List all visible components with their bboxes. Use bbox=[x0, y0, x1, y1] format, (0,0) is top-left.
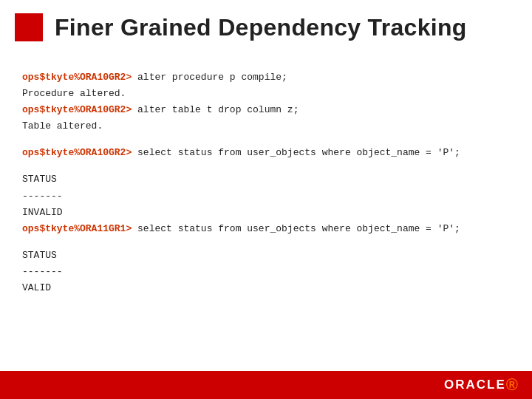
code-output-line: ------- bbox=[22, 188, 510, 205]
slide-container: Finer Grained Dependency Tracking ops$tk… bbox=[0, 0, 532, 399]
code-prompt-line: ops$tkyte%ORA10GR2> alter procedure p co… bbox=[22, 69, 510, 86]
code-spacer bbox=[22, 237, 510, 248]
code-output-line: STATUS bbox=[22, 171, 510, 188]
code-spacer bbox=[22, 161, 510, 171]
red-square-icon bbox=[15, 13, 43, 41]
code-prompt-line: ops$tkyte%ORA10GR2> alter table t drop c… bbox=[22, 102, 510, 118]
code-output-line: ------- bbox=[22, 264, 510, 280]
prompt-highlight: ops$tkyte%ORA10GR2> bbox=[22, 72, 132, 83]
code-spacer bbox=[22, 134, 510, 145]
oracle-text: ORACLE bbox=[444, 378, 506, 392]
oracle-logo: ORACLE® bbox=[444, 375, 519, 395]
code-output-line: VALID bbox=[22, 280, 510, 296]
prompt-highlight: ops$tkyte%ORA11GR1> bbox=[22, 223, 132, 234]
code-output-line: Procedure altered. bbox=[22, 86, 510, 102]
slide-header: Finer Grained Dependency Tracking bbox=[0, 0, 532, 55]
slide-footer: ORACLE® bbox=[0, 371, 532, 399]
code-prompt-line: ops$tkyte%ORA10GR2> select status from u… bbox=[22, 145, 510, 161]
code-output-line: STATUS bbox=[22, 248, 510, 264]
prompt-highlight: ops$tkyte%ORA10GR2> bbox=[22, 104, 132, 115]
code-block: ops$tkyte%ORA10GR2> alter procedure p co… bbox=[22, 69, 510, 296]
slide-content: ops$tkyte%ORA10GR2> alter procedure p co… bbox=[0, 55, 532, 399]
code-prompt-line: ops$tkyte%ORA11GR1> select status from u… bbox=[22, 221, 510, 237]
code-output-line: Table altered. bbox=[22, 118, 510, 134]
slide-title: Finer Grained Dependency Tracking bbox=[55, 14, 467, 41]
prompt-highlight: ops$tkyte%ORA10GR2> bbox=[22, 147, 132, 158]
oracle-dot: ® bbox=[506, 375, 519, 394]
code-output-line: INVALID bbox=[22, 205, 510, 221]
